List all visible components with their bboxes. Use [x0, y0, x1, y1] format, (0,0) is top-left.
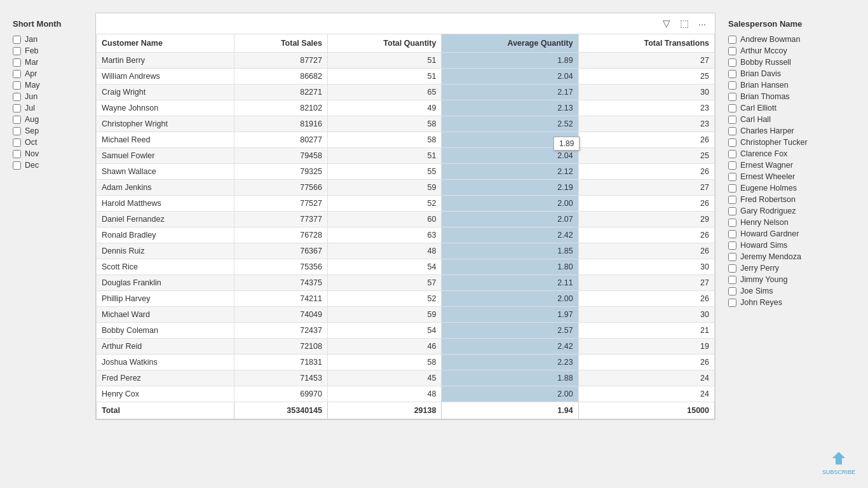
month-checkbox-jun[interactable] — [13, 93, 21, 101]
month-checkbox-oct[interactable] — [13, 139, 21, 147]
month-checkbox-sep[interactable] — [13, 127, 21, 135]
salesperson-item[interactable]: Henry Nelson — [728, 218, 855, 227]
salesperson-item[interactable]: Joe Sims — [728, 287, 855, 295]
col-header-avgQuantity[interactable]: Average Quantity — [442, 34, 578, 53]
month-item-mar[interactable]: Mar — [13, 58, 83, 67]
salesperson-checkbox[interactable] — [728, 184, 736, 193]
month-item-dec[interactable]: Dec — [13, 161, 83, 170]
salesperson-checkbox[interactable] — [728, 173, 736, 181]
salesperson-item[interactable]: Brian Davis — [728, 69, 855, 78]
salesperson-checkbox[interactable] — [728, 230, 736, 238]
table-row[interactable]: Bobby Coleman72437542.5721 — [97, 323, 715, 339]
month-item-feb[interactable]: Feb — [13, 46, 83, 55]
month-checkbox-jan[interactable] — [13, 36, 21, 44]
salesperson-checkbox[interactable] — [728, 287, 736, 295]
month-item-jul[interactable]: Jul — [13, 104, 83, 112]
table-row[interactable]: Daniel Fernandez77377602.0729 — [97, 212, 715, 227]
salesperson-checkbox[interactable] — [728, 264, 736, 273]
salesperson-item[interactable]: Jeremy Mendoza — [728, 252, 855, 261]
table-row[interactable]: Douglas Franklin74375572.1127 — [97, 275, 715, 291]
filter-icon[interactable]: ▽ — [660, 17, 673, 30]
month-item-jan[interactable]: Jan — [13, 35, 83, 44]
salesperson-checkbox[interactable] — [728, 36, 736, 44]
salesperson-item[interactable]: Fred Robertson — [728, 195, 855, 204]
month-item-apr[interactable]: Apr — [13, 69, 83, 78]
salesperson-item[interactable]: Brian Hansen — [728, 81, 855, 90]
table-row[interactable]: Fred Perez71453451.8824 — [97, 370, 715, 386]
salesperson-checkbox[interactable] — [728, 207, 736, 215]
salesperson-checkbox[interactable] — [728, 81, 736, 90]
table-row[interactable]: Phillip Harvey74211522.0026 — [97, 291, 715, 307]
salesperson-item[interactable]: John Reyes — [728, 298, 855, 307]
salesperson-item[interactable]: Ernest Wagner — [728, 161, 855, 170]
salesperson-item[interactable]: Ernest Wheeler — [728, 172, 855, 181]
table-row[interactable]: Michael Ward74049591.9730 — [97, 307, 715, 323]
salesperson-checkbox[interactable] — [728, 116, 736, 124]
salesperson-item[interactable]: Jimmy Young — [728, 275, 855, 284]
table-wrapper[interactable]: Customer NameTotal SalesTotal QuantityAv… — [96, 34, 715, 419]
salesperson-checkbox[interactable] — [728, 93, 736, 101]
salesperson-checkbox[interactable] — [728, 276, 736, 284]
month-item-jun[interactable]: Jun — [13, 92, 83, 101]
salesperson-item[interactable]: Eugene Holmes — [728, 184, 855, 193]
salesperson-checkbox[interactable] — [728, 139, 736, 147]
salesperson-checkbox[interactable] — [728, 150, 736, 158]
export-icon[interactable]: ⬚ — [678, 17, 691, 30]
table-row[interactable]: Harold Matthews77527522.0026 — [97, 196, 715, 212]
month-item-may[interactable]: May — [13, 81, 83, 90]
month-item-sep[interactable]: Sep — [13, 126, 83, 135]
salesperson-checkbox[interactable] — [728, 70, 736, 78]
salesperson-item[interactable]: Bobby Russell — [728, 58, 855, 67]
salesperson-item[interactable]: Carl Hall — [728, 115, 855, 124]
table-row[interactable]: Ronald Bradley76728632.4226 — [97, 227, 715, 243]
salesperson-item[interactable]: Arthur Mccoy — [728, 46, 855, 55]
col-header-customerName[interactable]: Customer Name — [97, 34, 234, 53]
table-row[interactable]: Wayne Johnson82102492.1323 — [97, 100, 715, 116]
more-options-icon[interactable]: ··· — [696, 17, 709, 30]
salesperson-item[interactable]: Howard Sims — [728, 241, 855, 250]
table-row[interactable]: Adam Jenkins77566592.1927 — [97, 180, 715, 196]
table-row[interactable]: William Andrews86682512.0425 — [97, 69, 715, 85]
table-row[interactable]: Henry Cox69970482.0024 — [97, 386, 715, 402]
month-checkbox-nov[interactable] — [13, 150, 21, 158]
table-row[interactable]: Scott Rice75356541.8030 — [97, 259, 715, 275]
salesperson-checkbox[interactable] — [728, 127, 736, 135]
col-header-totalQuantity[interactable]: Total Quantity — [327, 34, 441, 53]
salesperson-item[interactable]: Christopher Tucker — [728, 138, 855, 147]
month-checkbox-may[interactable] — [13, 81, 21, 90]
salesperson-checkbox[interactable] — [728, 47, 736, 55]
table-row[interactable]: Michael Reed80277582.2326 — [97, 132, 715, 148]
salesperson-checkbox[interactable] — [728, 253, 736, 261]
salesperson-checkbox[interactable] — [728, 241, 736, 250]
table-row[interactable]: Dennis Ruiz76367481.8526 — [97, 243, 715, 259]
month-item-nov[interactable]: Nov — [13, 149, 83, 158]
month-item-oct[interactable]: Oct — [13, 138, 83, 147]
month-checkbox-feb[interactable] — [13, 47, 21, 55]
salesperson-checkbox[interactable] — [728, 196, 736, 204]
salesperson-item[interactable]: Charles Harper — [728, 126, 855, 135]
month-checkbox-dec[interactable] — [13, 161, 21, 170]
table-row[interactable]: Craig Wright82271652.1730 — [97, 85, 715, 100]
table-row[interactable]: Shawn Wallace79325552.1226 — [97, 164, 715, 180]
salesperson-item[interactable]: Andrew Bowman — [728, 35, 855, 44]
table-row[interactable]: Joshua Watkins71831582.2326 — [97, 355, 715, 370]
col-header-totalTransactions[interactable]: Total Transations — [578, 34, 714, 53]
salesperson-checkbox[interactable] — [728, 219, 736, 227]
salesperson-item[interactable]: Gary Rodriguez — [728, 207, 855, 215]
month-checkbox-apr[interactable] — [13, 70, 21, 78]
col-header-totalSales[interactable]: Total Sales — [234, 34, 327, 53]
month-checkbox-jul[interactable] — [13, 104, 21, 112]
salesperson-checkbox[interactable] — [728, 299, 736, 307]
salesperson-checkbox[interactable] — [728, 104, 736, 112]
salesperson-item[interactable]: Carl Elliott — [728, 104, 855, 112]
table-row[interactable]: Samuel Fowler79458512.0425 — [97, 148, 715, 164]
salesperson-item[interactable]: Clarence Fox — [728, 149, 855, 158]
month-item-aug[interactable]: Aug — [13, 115, 83, 124]
table-row[interactable]: Christopher Wright81916582.5223 — [97, 116, 715, 132]
salesperson-checkbox[interactable] — [728, 161, 736, 170]
salesperson-item[interactable]: Jerry Perry — [728, 264, 855, 273]
salesperson-item[interactable]: Howard Gardner — [728, 229, 855, 238]
salesperson-checkbox[interactable] — [728, 58, 736, 67]
table-row[interactable]: Martin Berry87727511.8927 — [97, 53, 715, 69]
month-checkbox-mar[interactable] — [13, 58, 21, 67]
